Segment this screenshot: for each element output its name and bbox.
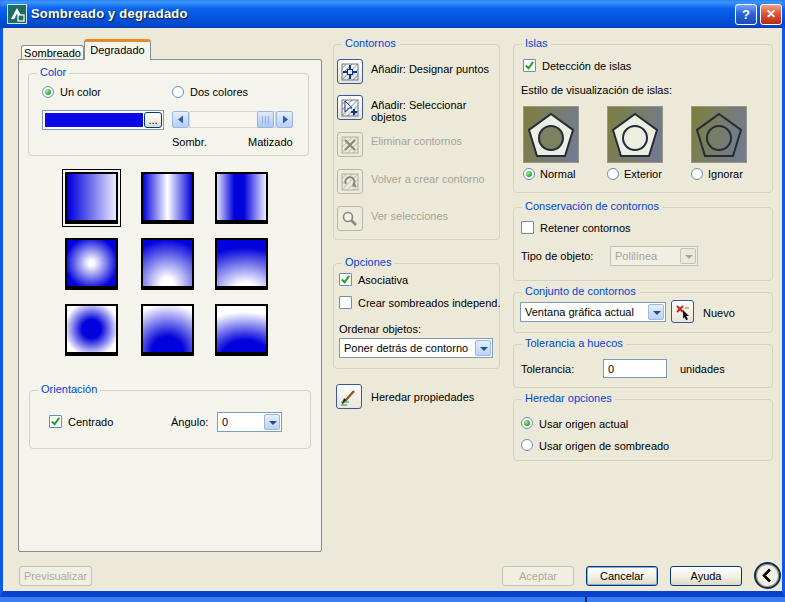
tint-label: Matizado [248, 136, 293, 148]
recreate-boundary-icon [337, 169, 363, 194]
collapse-dialog-button[interactable] [754, 562, 781, 589]
gradient-swatch-inverted-cylinder[interactable] [215, 172, 268, 224]
pick-points-icon[interactable] [337, 59, 363, 84]
island-style-exterior-image[interactable] [607, 106, 663, 163]
angle-label: Ángulo: [171, 416, 208, 428]
recreate-boundary-label: Volver a crear contorno [371, 173, 485, 185]
object-type-value: Polilínea [615, 250, 657, 262]
help-button[interactable]: ? [735, 4, 757, 25]
remove-boundaries-icon [337, 132, 363, 157]
inherit-options-title: Heredar opciones [522, 392, 615, 404]
view-selections-label: Ver selecciones [371, 210, 448, 222]
independent-hatches-label: Crear sombreados independ. [358, 297, 500, 309]
gradient-swatch-linear[interactable] [65, 172, 118, 224]
inherit-properties-label: Heredar propiedades [371, 391, 474, 403]
tolerance-units-label: unidades [680, 363, 725, 375]
angle-value: 0 [222, 416, 228, 428]
gap-tolerance-title: Tolerancia a huecos [522, 337, 626, 349]
new-boundary-set-label: Nuevo [703, 307, 735, 319]
inherit-properties-icon[interactable] [336, 384, 362, 409]
dialog-title: Sombreado y degradado [31, 6, 188, 21]
taskbar-strip [0, 597, 785, 602]
titlebar[interactable]: Sombreado y degradado ? ✕ [0, 0, 785, 28]
gradient-swatch-hemispherical[interactable] [141, 238, 194, 290]
angle-combo[interactable]: 0 [217, 412, 282, 432]
chevron-down-icon[interactable] [475, 340, 491, 356]
new-boundary-set-icon[interactable] [671, 300, 694, 323]
help-footer-button[interactable]: Ayuda [670, 566, 742, 586]
one-color-label: Un color [60, 86, 101, 98]
associative-checkbox[interactable] [339, 273, 352, 286]
options-group-title: Opciones [342, 256, 394, 268]
color-swatch-well[interactable]: ... [42, 110, 164, 130]
slider-left-arrow-icon[interactable] [172, 111, 189, 128]
gradient-swatch-curved[interactable] [215, 238, 268, 290]
island-detection-checkbox[interactable] [523, 59, 536, 72]
gradient-swatch-spherical[interactable] [65, 238, 118, 290]
island-style-ignore-image[interactable] [691, 106, 747, 163]
draw-order-value: Poner detrás de contorno [344, 342, 468, 354]
autocad-logo-icon [7, 4, 27, 24]
pick-points-label: Añadir: Designar puntos [371, 63, 493, 75]
island-detection-label: Detección de islas [542, 60, 631, 72]
select-objects-label: Añadir: Seleccionar objetos [371, 99, 493, 123]
centered-label: Centrado [68, 416, 113, 428]
retain-boundaries-label: Retener contornos [540, 222, 631, 234]
tolerance-input[interactable] [603, 359, 667, 378]
ok-button: Aceptar [502, 566, 574, 586]
hatch-gradient-dialog: Sombreado y degradado ? ✕ Sombreado Degr… [0, 0, 785, 597]
tab-degradado[interactable]: Degradado [84, 39, 151, 60]
object-type-label: Tipo de objeto: [521, 250, 593, 262]
island-ignore-radio[interactable] [691, 168, 703, 180]
boundary-set-title: Conjunto de contornos [522, 285, 639, 297]
boundary-retention-title: Conservación de contornos [522, 200, 662, 212]
select-objects-icon[interactable] [337, 95, 363, 120]
draw-order-combo[interactable]: Poner detrás de contorno [339, 338, 493, 358]
preview-button: Previsualizar [19, 566, 92, 586]
color-chip [45, 113, 143, 127]
island-ignore-label: Ignorar [708, 168, 743, 180]
gradient-swatch-cylinder[interactable] [141, 172, 194, 224]
cancel-button[interactable]: Cancelar [586, 566, 658, 586]
boundary-set-value: Ventana gráfica actual [525, 306, 634, 318]
screen: Sombreado y degradado ? ✕ Sombreado Degr… [0, 0, 785, 602]
object-type-combo: Polilínea [610, 246, 698, 266]
chevron-down-icon [680, 248, 696, 264]
gradient-swatch-inverted-hemispherical[interactable] [141, 304, 194, 356]
color-browse-button[interactable]: ... [144, 112, 162, 128]
taskbar-divider [585, 597, 587, 602]
slider-thumb[interactable] [257, 111, 274, 128]
retain-boundaries-checkbox[interactable] [521, 221, 534, 234]
use-current-origin-radio[interactable] [521, 417, 533, 429]
island-style-normal-image[interactable] [523, 106, 579, 163]
use-hatch-origin-label: Usar origen de sombreado [539, 440, 669, 452]
chevron-down-icon[interactable] [264, 414, 280, 430]
slider-right-arrow-icon[interactable] [276, 111, 293, 128]
island-style-label: Estilo de visualización de islas: [521, 84, 672, 96]
gradient-swatch-inverted-curved[interactable] [215, 304, 268, 356]
chevron-down-icon[interactable] [648, 304, 664, 320]
boundaries-group-title: Contornos [342, 37, 399, 49]
tab-sombreado[interactable]: Sombreado [21, 45, 84, 60]
two-colors-label: Dos colores [190, 86, 248, 98]
gradient-tab-page: Color Un color Dos colores ... Sombr. [18, 59, 322, 552]
two-colors-radio[interactable] [172, 86, 184, 98]
centered-checkbox[interactable] [49, 415, 62, 428]
gradient-swatch-inverted-spherical[interactable] [65, 304, 118, 356]
boundary-retention-group: Conservación de contornos [513, 207, 773, 281]
associative-label: Asociativa [358, 274, 408, 286]
island-exterior-label: Exterior [624, 168, 662, 180]
color-group-title: Color [37, 66, 69, 78]
independent-hatches-checkbox[interactable] [339, 296, 352, 309]
close-icon[interactable]: ✕ [760, 4, 782, 25]
tolerance-label: Tolerancia: [521, 363, 574, 375]
shade-tint-slider [172, 111, 293, 128]
use-hatch-origin-radio[interactable] [521, 439, 533, 451]
island-exterior-radio[interactable] [607, 168, 619, 180]
orientation-group-title: Orientación [38, 383, 100, 395]
remove-boundaries-label: Eliminar contornos [371, 135, 462, 147]
one-color-radio[interactable] [42, 86, 54, 98]
boundary-set-combo[interactable]: Ventana gráfica actual [520, 302, 666, 322]
island-normal-radio[interactable] [523, 168, 535, 180]
islands-group-title: Islas [522, 37, 551, 49]
